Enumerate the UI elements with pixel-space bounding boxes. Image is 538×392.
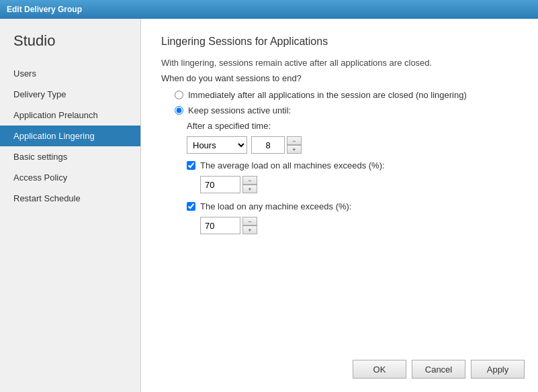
sidebar-item-users[interactable]: Users xyxy=(0,63,140,84)
studio-title: Studio xyxy=(0,32,140,63)
apply-button[interactable]: Apply xyxy=(471,360,525,379)
session-end-question: When do you want sessions to end? xyxy=(161,73,518,83)
sidebar: Studio Users Delivery Type Application P… xyxy=(0,19,141,392)
any-load-spin-up[interactable]: + xyxy=(242,226,257,234)
avg-load-label: The average load on all machines exceeds… xyxy=(200,160,385,170)
radio-immediate[interactable] xyxy=(175,91,183,99)
title-bar: Edit Delivery Group xyxy=(0,0,538,19)
time-value-input[interactable] xyxy=(251,136,285,154)
any-load-spin-buttons: − + xyxy=(242,217,257,234)
avg-load-input[interactable] xyxy=(200,176,240,193)
avg-load-spin-down[interactable]: − xyxy=(242,176,257,185)
description: With lingering, sessions remain active a… xyxy=(161,58,518,68)
time-spin-down[interactable]: − xyxy=(287,136,302,145)
time-spin-up[interactable]: + xyxy=(287,145,302,154)
sidebar-item-application-prelaunch[interactable]: Application Prelaunch xyxy=(0,105,140,126)
any-load-spin-down[interactable]: − xyxy=(242,217,257,226)
footer-buttons: OK Cancel Apply xyxy=(353,360,525,379)
sidebar-item-basic-settings[interactable]: Basic settings xyxy=(0,146,140,167)
hours-select[interactable]: Hours Minutes Days xyxy=(187,136,247,154)
radio-keep-active[interactable] xyxy=(175,106,183,115)
avg-load-checkbox[interactable] xyxy=(187,161,195,170)
sidebar-item-delivery-type[interactable]: Delivery Type xyxy=(0,84,140,105)
radio-keep-label: Keep sessions active until: xyxy=(188,105,291,115)
radio-immediate-label: Immediately after all applications in th… xyxy=(188,90,467,100)
sidebar-item-restart-schedule[interactable]: Restart Schedule xyxy=(0,188,140,209)
main-content: Lingering Sessions for Applications With… xyxy=(141,19,538,392)
ok-button[interactable]: OK xyxy=(353,360,406,379)
page-title: Lingering Sessions for Applications xyxy=(161,36,518,48)
any-load-checkbox[interactable] xyxy=(187,202,195,211)
time-spin-buttons: − + xyxy=(286,136,302,154)
sidebar-item-application-lingering[interactable]: Application Lingering xyxy=(0,126,140,146)
sidebar-item-access-policy[interactable]: Access Policy xyxy=(0,167,140,188)
title-bar-label: Edit Delivery Group xyxy=(7,5,82,14)
avg-load-spin-buttons: − + xyxy=(242,176,257,193)
avg-load-spin-up[interactable]: + xyxy=(242,185,257,193)
any-load-label: The load on any machine exceeds (%): xyxy=(200,201,351,211)
any-load-input[interactable] xyxy=(200,217,240,234)
cancel-button[interactable]: Cancel xyxy=(412,360,465,379)
after-time-label: After a specified time: xyxy=(187,121,518,131)
